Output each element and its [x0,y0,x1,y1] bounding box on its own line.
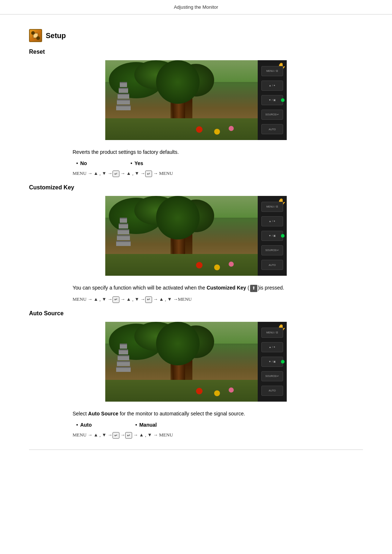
auto-source-monitor: ✋ MENU / ☰ ▲ / ✦ ▼ / ▣ SOURCE/↵ [105,322,287,402]
up-button-1: ▲ / ✦ [261,81,283,91]
customized-key-section: Customized Key [29,184,363,303]
page-content: Setup Reset [0,15,392,464]
up-button-2: ▲ / ✦ [261,216,283,226]
monitor-sidebar-3: ✋ MENU / ☰ ▲ / ✦ ▼ / ▣ SOURCE/↵ [258,322,287,402]
customized-key-monitor-image: ✋ MENU / ☰ ▲ / ✦ ▼ / ▣ SOURCE/↵ [29,196,363,276]
enter-key-4: ↵ [145,296,152,303]
monitor-screen-1 [105,60,258,140]
reset-menu-path: MENU → ▲ , ▼ →↵ → ▲ , ▼ →↵ → MENU [73,171,363,177]
enter-key-6: ↵ [125,432,132,439]
down-button-2: ▼ / ▣ [261,231,283,241]
customized-key-monitor: ✋ MENU / ☰ ▲ / ✦ ▼ / ▣ SOURCE/↵ [105,196,287,276]
setup-title: Setup [46,32,66,40]
auto-source-section: Auto Source [29,310,363,439]
auto-source-bold: Auto Source [88,411,118,416]
auto-source-monitor-image: ✋ MENU / ☰ ▲ / ✦ ▼ / ▣ SOURCE/↵ [29,322,363,402]
auto-source-option-manual: • Manual [135,422,157,428]
customized-key-description-block: You can specify a function which will be… [29,284,363,303]
no-label: No [80,160,87,166]
auto-source-title: Auto Source [29,310,363,317]
monitor-screen-2 [105,196,258,276]
auto-source-menu-path: MENU → ▲ , ▼ →↵ →↵ → ▲ , ▼ → MENU [73,432,363,439]
auto-source-description-block: Select Auto Source for the monitor to au… [29,410,363,439]
customized-key-bold: Customized Key [207,285,246,291]
menu-button-3: MENU / ☰ [261,328,283,338]
reset-option-yes: • Yes [131,160,143,166]
auto-source-description: Select Auto Source for the monitor to au… [73,410,363,418]
source-button-1: SOURCE/↵ [261,110,283,120]
yes-label: Yes [134,160,143,166]
enter-key-5: ↵ [113,432,119,439]
source-button-2: SOURCE/↵ [261,245,283,255]
reset-section: Reset [29,49,363,177]
menu-button-1: MENU / ☰ [261,66,283,76]
monitor-sidebar-2: ✋ MENU / ☰ ▲ / ✦ ▼ / ▣ SOURCE/↵ [258,196,287,276]
setup-section-title-row: Setup [29,29,363,42]
reset-description: Reverts the product settings to factory … [73,148,363,156]
monitor-screen-3 [105,322,258,402]
source-button-3: SOURCE/↵ [261,371,283,381]
reset-option-no: • No [76,160,87,166]
auto-source-options: • Auto • Manual [73,422,363,428]
reset-description-block: Reverts the product settings to factory … [29,148,363,177]
page-header: Adjusting the Monitor [0,0,392,15]
page-title: Adjusting the Monitor [174,4,218,10]
reset-options: • No • Yes [73,160,363,166]
customized-key-description: You can specify a function which will be… [73,284,363,292]
reset-monitor-image: ✋ MENU / ☰ ▲ / ✦ ▼ / ▣ SOURCE/↵ [29,60,363,140]
auto-source-option-auto: • Auto [76,422,92,428]
down-button-3: ▼ / ▣ [261,357,283,367]
bottom-divider [29,450,363,450]
reset-monitor: ✋ MENU / ☰ ▲ / ✦ ▼ / ▣ SOURCE/↵ [105,60,287,140]
customized-key-menu-path: MENU → ▲ , ▼ →↵ → ▲ , ▼ →↵ → ▲ , ▼ →MENU [73,296,363,303]
manual-label: Manual [139,422,157,428]
reset-title: Reset [29,49,363,55]
setup-icon [29,29,42,42]
down-button-1: ▼ / ▣ [261,95,283,105]
menu-button-2: MENU / ☰ [261,202,283,212]
customized-key-title: Customized Key [29,184,363,191]
auto-button-2: AUTO [261,260,283,270]
enter-key-1: ↵ [113,171,119,177]
customized-key-icon [250,285,257,292]
up-button-3: ▲ / ✦ [261,342,283,352]
monitor-sidebar-1: ✋ MENU / ☰ ▲ / ✦ ▼ / ▣ SOURCE/↵ [258,60,287,140]
enter-key-2: ↵ [145,171,152,177]
auto-button-3: AUTO [261,386,283,396]
enter-key-3: ↵ [113,296,119,303]
auto-button-1: AUTO [261,124,283,134]
auto-label: Auto [80,422,92,428]
